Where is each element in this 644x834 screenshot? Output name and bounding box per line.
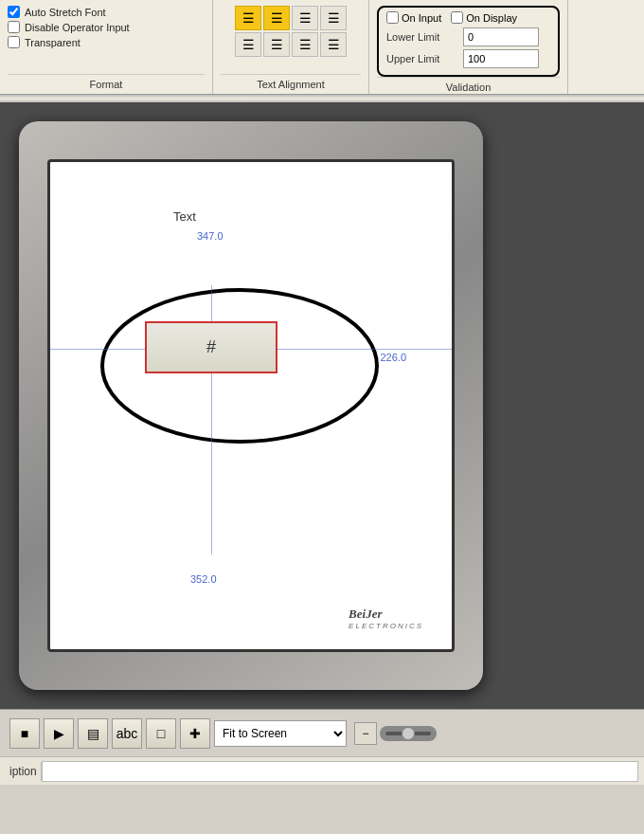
- dimension-top: 347.0: [197, 230, 224, 242]
- align-left-mid-icon: ☰: [242, 37, 255, 52]
- text-icon: ▤: [87, 726, 99, 741]
- align-justify-top-btn[interactable]: ☰: [320, 6, 347, 30]
- format-checkboxes: Auto Stretch Font Disable Operator Input…: [8, 6, 205, 48]
- beijer-logo: BeiJer ELECTRONICS: [349, 607, 423, 630]
- validation-label: Validation: [377, 77, 560, 93]
- numeric-input-box: #: [145, 321, 277, 373]
- plus-icon-btn[interactable]: ✚: [180, 718, 210, 749]
- zoom-slider[interactable]: [380, 726, 437, 741]
- label-icon: abc: [116, 726, 138, 741]
- on-input-row: On Input On Display: [386, 11, 550, 24]
- auto-stretch-row: Auto Stretch Font: [8, 6, 205, 18]
- align-justify-mid-icon: ☰: [328, 37, 340, 52]
- beijer-brand: BeiJer: [349, 607, 423, 622]
- zoom-out-btn[interactable]: −: [354, 722, 377, 745]
- pointer-icon: ▶: [54, 726, 64, 741]
- numeric-icon-btn[interactable]: □: [146, 718, 176, 749]
- zoom-slider-track: [385, 732, 431, 735]
- transparent-row: Transparent: [8, 36, 205, 48]
- align-right-top-btn[interactable]: ☰: [292, 6, 318, 30]
- transparent-label: Transparent: [25, 37, 80, 48]
- pointer-icon-btn[interactable]: ▶: [44, 718, 74, 749]
- lower-limit-input[interactable]: [463, 27, 539, 46]
- text-icon-btn[interactable]: ▤: [78, 718, 108, 749]
- hash-symbol: #: [206, 337, 216, 357]
- dimension-bottom: 352.0: [190, 573, 217, 585]
- align-center-mid-icon: ☰: [271, 37, 283, 52]
- alignment-buttons-grid: ☰ ☰ ☰ ☰ ☰ ☰ ☰ ☰: [235, 6, 347, 57]
- select-icon: ■: [21, 726, 28, 741]
- fit-to-screen-select[interactable]: Fit to Screen 50% 75% 100% 125% 150% 200…: [214, 720, 347, 747]
- status-description-label: iption: [6, 765, 41, 778]
- plus-icon: ✚: [189, 726, 201, 741]
- toolbar-area: Auto Stretch Font Disable Operator Input…: [0, 0, 644, 95]
- text-alignment-label: Text Alignment: [221, 74, 361, 90]
- transparent-checkbox[interactable]: [8, 36, 20, 48]
- label-icon-btn[interactable]: abc: [112, 718, 142, 749]
- align-center-top-btn[interactable]: ☰: [263, 6, 290, 30]
- disable-operator-checkbox[interactable]: [8, 21, 20, 33]
- on-input-label: On Input: [386, 11, 441, 24]
- align-justify-mid-btn[interactable]: ☰: [320, 32, 347, 57]
- validation-inner: On Input On Display Lower Limit Upper Li…: [377, 6, 560, 77]
- auto-stretch-checkbox[interactable]: [8, 6, 20, 18]
- align-right-top-icon: ☰: [299, 10, 312, 26]
- on-display-label: On Display: [451, 11, 517, 24]
- align-right-mid-btn[interactable]: ☰: [292, 32, 318, 57]
- text-alignment-section: ☰ ☰ ☰ ☰ ☰ ☰ ☰ ☰ Text Al: [213, 0, 369, 94]
- upper-limit-label: Upper Limit: [386, 53, 457, 64]
- canvas-container: Text 347.0 226.0 #: [0, 102, 644, 709]
- beijer-sub: ELECTRONICS: [349, 622, 423, 630]
- on-input-checkbox[interactable]: [386, 11, 399, 24]
- bottom-toolbar: ■ ▶ ▤ abc □ ✚ Fit to Screen 50% 75% 100%…: [0, 709, 644, 756]
- on-display-checkbox[interactable]: [451, 11, 463, 24]
- select-icon-btn[interactable]: ■: [9, 718, 40, 749]
- validation-section: On Input On Display Lower Limit Upper Li…: [369, 0, 568, 94]
- canvas-content: Text 347.0 226.0 #: [50, 162, 452, 649]
- upper-limit-row: Upper Limit: [386, 49, 550, 68]
- align-left-top-icon: ☰: [242, 10, 255, 26]
- align-justify-top-icon: ☰: [328, 10, 340, 26]
- lower-limit-row: Lower Limit: [386, 27, 550, 46]
- numeric-icon: □: [157, 726, 165, 741]
- zoom-slider-thumb: [402, 727, 415, 740]
- align-left-mid-btn[interactable]: ☰: [235, 32, 261, 57]
- auto-stretch-label: Auto Stretch Font: [25, 7, 106, 18]
- disable-operator-label: Disable Operator Input: [25, 22, 130, 33]
- disable-operator-row: Disable Operator Input: [8, 21, 205, 33]
- status-bar: iption: [0, 756, 644, 785]
- zoom-out-icon: −: [362, 727, 368, 740]
- toolbar-separator: [0, 95, 644, 102]
- dimension-right: 226.0: [380, 352, 406, 363]
- format-section: Auto Stretch Font Disable Operator Input…: [0, 0, 213, 94]
- zoom-controls: −: [354, 722, 437, 745]
- device-frame: Text 347.0 226.0 #: [19, 121, 483, 690]
- status-text-input[interactable]: [42, 761, 638, 782]
- align-right-mid-icon: ☰: [299, 37, 312, 52]
- upper-limit-input[interactable]: [463, 49, 539, 68]
- align-center-mid-btn[interactable]: ☰: [263, 32, 290, 57]
- align-left-top-btn[interactable]: ☰: [235, 6, 261, 30]
- text-label: Text: [173, 209, 196, 224]
- align-center-top-icon: ☰: [271, 10, 283, 26]
- lower-limit-label: Lower Limit: [386, 31, 457, 43]
- format-section-label: Format: [8, 74, 205, 90]
- screen-area: Text 347.0 226.0 #: [47, 159, 455, 652]
